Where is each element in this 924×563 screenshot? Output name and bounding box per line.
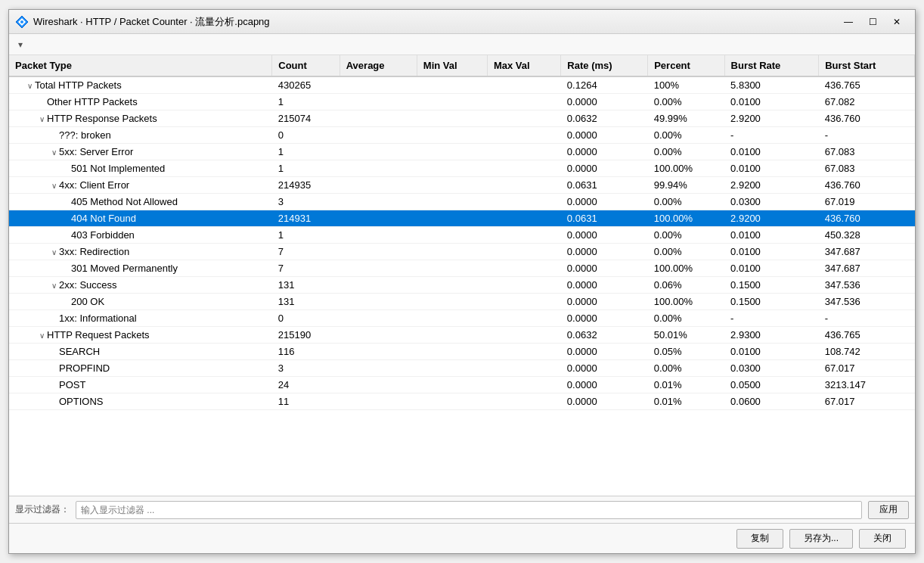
col-max-val[interactable]: Max Val [487,55,560,76]
collapse-icon[interactable]: ∨ [36,331,47,340]
maximize-button[interactable]: ☐ [860,14,885,30]
cell-burst-start: 67.082 [819,94,915,110]
table-row[interactable]: OPTIONS110.00000.01%0.060067.017 [9,393,915,410]
cell-min [417,244,487,260]
table-row[interactable]: ∨ HTTP Request Packets2151900.063250.01%… [9,327,915,344]
table-row[interactable]: ∨ Total HTTP Packets4302650.1264100%5.83… [9,76,915,94]
table-row[interactable]: 301 Moved Permanently70.0000100.00%0.010… [9,260,915,277]
packet-type-label: 200 OK [71,296,104,307]
cell-count: 215190 [272,327,340,344]
cell-min [417,144,487,160]
packet-type-label: POST [59,379,85,390]
save-as-button[interactable]: 另存为... [789,529,853,549]
cell-min [417,110,487,127]
cell-burst-start: 436.765 [819,76,915,94]
minimize-button[interactable]: — [836,14,860,30]
col-percent[interactable]: Percent [648,55,724,76]
cell-burst-start: 3213.147 [819,377,915,393]
cell-packet-type: 403 Forbidden [9,227,272,244]
table-row[interactable]: SEARCH1160.00000.05%0.0100108.742 [9,344,915,360]
apply-filter-button[interactable]: 应用 [868,501,909,519]
table-row[interactable]: POST240.00000.01%0.05003213.147 [9,377,915,393]
packet-type-label: OPTIONS [59,396,104,407]
cell-percent: 100% [648,76,724,94]
col-count[interactable]: Count [272,55,340,76]
collapse-icon[interactable]: ∨ [48,248,59,257]
packet-type-label: 301 Moved Permanently [71,263,178,274]
cell-burst-rate: 0.0100 [724,144,819,160]
cell-burst-rate: 0.0100 [724,227,819,244]
table-row[interactable]: 501 Not Implemented10.0000100.00%0.01006… [9,160,915,177]
table-row[interactable]: Other HTTP Packets10.00000.00%0.010067.0… [9,94,915,110]
window-controls: — ☐ ✕ [836,14,909,30]
table-row[interactable]: 403 Forbidden10.00000.00%0.0100450.328 [9,227,915,244]
table-row[interactable]: 200 OK1310.0000100.00%0.1500347.536 [9,294,915,310]
cell-min [417,160,487,177]
table-row[interactable]: ∨ 4xx: Client Error2149350.063199.94%2.9… [9,177,915,194]
packet-type-label: 1xx: Informational [59,313,137,324]
cell-burst-rate: 2.9200 [724,210,819,227]
table-row[interactable]: ∨ 5xx: Server Error10.00000.00%0.010067.… [9,144,915,160]
table-row[interactable]: PROPFIND30.00000.00%0.030067.017 [9,360,915,377]
cell-min [417,344,487,360]
toolbar-dropdown-arrow[interactable]: ▾ [14,38,27,51]
table-row[interactable]: 405 Method Not Allowed30.00000.00%0.0300… [9,194,915,210]
col-average[interactable]: Average [340,55,417,76]
filter-input[interactable] [76,501,862,519]
cell-avg [340,160,417,177]
cell-max [487,210,560,227]
main-window: Wireshark · HTTP / Packet Counter · 流量分析… [8,9,916,554]
col-rate[interactable]: Rate (ms) [561,55,648,76]
cell-avg [340,393,417,410]
table-container[interactable]: Packet Type Count Average Min Val Max Va… [9,55,915,496]
cell-count: 1 [272,144,340,160]
table-row[interactable]: ∨ 3xx: Redirection70.00000.00%0.0100347.… [9,244,915,260]
copy-button[interactable]: 复制 [736,529,783,549]
cell-rate: 0.1264 [561,76,648,94]
table-row[interactable]: ???: broken00.00000.00%-- [9,127,915,144]
table-row[interactable]: 1xx: Informational00.00000.00%-- [9,310,915,327]
cell-burst-rate: 0.0600 [724,393,819,410]
cell-percent: 0.00% [648,244,724,260]
cell-packet-type: ∨ HTTP Request Packets [9,327,272,344]
cell-max [487,244,560,260]
cell-rate: 0.0000 [561,360,648,377]
table-row[interactable]: 404 Not Found2149310.0631100.00%2.920043… [9,210,915,227]
collapse-icon[interactable]: ∨ [48,282,59,290]
cell-min [417,360,487,377]
collapse-icon[interactable]: ∨ [24,82,35,90]
cell-avg [340,144,417,160]
cell-packet-type: SEARCH [9,344,272,360]
cell-min [417,94,487,110]
cell-min [417,227,487,244]
cell-min [417,210,487,227]
table-row[interactable]: ∨ 2xx: Success1310.00000.06%0.1500347.53… [9,277,915,294]
cell-percent: 0.00% [648,127,724,144]
table-row[interactable]: ∨ HTTP Response Packets2150740.063249.99… [9,110,915,127]
cell-packet-type: POST [9,377,272,393]
cell-burst-rate: 0.0100 [724,260,819,277]
cell-avg [340,127,417,144]
cell-avg [340,260,417,277]
cell-max [487,360,560,377]
cell-max [487,260,560,277]
cell-burst-rate: 0.0100 [724,244,819,260]
close-window-button[interactable]: ✕ [885,14,909,30]
cell-burst-start: 67.083 [819,144,915,160]
cell-count: 7 [272,260,340,277]
col-burst-start[interactable]: Burst Start [819,55,915,76]
close-dialog-button[interactable]: 关闭 [859,529,906,549]
collapse-icon[interactable]: ∨ [48,182,59,190]
col-min-val[interactable]: Min Val [417,55,487,76]
cell-rate: 0.0631 [561,177,648,194]
packet-type-label: 4xx: Client Error [59,179,129,191]
cell-rate: 0.0000 [561,277,648,294]
cell-burst-rate: - [724,127,819,144]
cell-min [417,177,487,194]
col-packet-type[interactable]: Packet Type [9,55,272,76]
cell-rate: 0.0000 [561,344,648,360]
collapse-icon[interactable]: ∨ [36,115,47,123]
collapse-icon[interactable]: ∨ [48,148,59,157]
col-burst-rate[interactable]: Burst Rate [724,55,819,76]
cell-max [487,76,560,94]
